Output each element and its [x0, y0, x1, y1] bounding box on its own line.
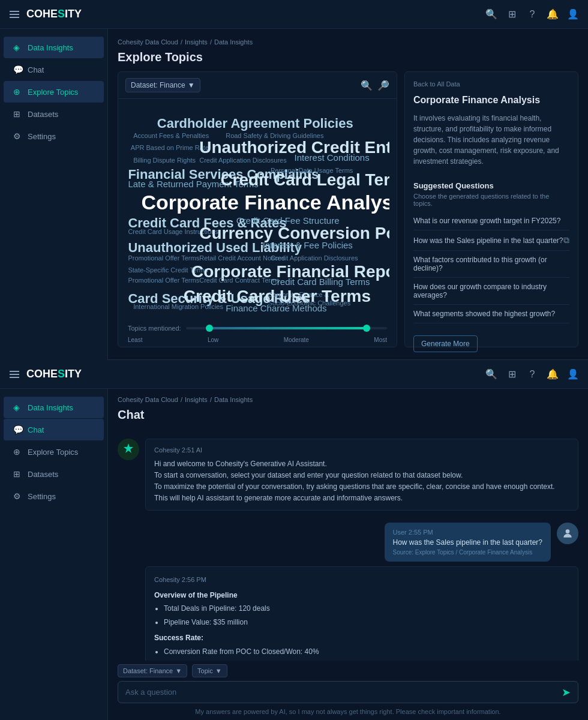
bottom-sidebar-data-insights[interactable]: ◈ Data Insights — [4, 397, 104, 418]
zoom-in-icon[interactable]: 🔍 — [361, 80, 373, 91]
slider-thumb-right[interactable] — [363, 325, 370, 332]
zoom-out-icon[interactable]: 🔎 — [377, 80, 389, 91]
bot-line-1: Hi and welcome to Cohesity's Generative … — [154, 458, 569, 470]
response-section2: Success Rate: — [154, 632, 569, 644]
bottom-notifications-icon[interactable]: 🔔 — [547, 369, 558, 380]
wc-word[interactable]: Cardholder Agreement Policies — [157, 116, 353, 131]
wc-word[interactable]: Credit Card Legal Terms — [220, 170, 389, 190]
hamburger-menu[interactable] — [10, 11, 19, 18]
breadcrumb-current: Data Insights — [214, 38, 253, 46]
top-header: COHESITY 🔍 ⊞ ? 🔔 👤 — [0, 0, 588, 29]
bottom-section: COHESITY 🔍 ⊞ ? 🔔 👤 ◈ Data Insights 💬 Cha… — [0, 360, 588, 720]
dataset-chip-label: Dataset: Finance — [123, 667, 173, 674]
generate-more-button[interactable]: Generate More — [413, 335, 478, 352]
wc-word[interactable]: Interest & Fee Policies — [263, 240, 353, 250]
wc-word[interactable]: APR Based on Prime Rate — [131, 144, 209, 151]
suggested-q-3[interactable]: What factors contributed to this growth … — [413, 251, 569, 278]
sidebar-item-data-insights[interactable]: ◈ Data Insights — [4, 37, 104, 58]
suggested-q-4[interactable]: How does our growth compare to industry … — [413, 278, 569, 305]
sidebar-item-chat[interactable]: 💬 Chat — [4, 59, 104, 80]
back-link[interactable]: Back to All Data — [413, 80, 569, 88]
response-section1: Overview of the Pipeline — [154, 589, 569, 601]
bottom-sidebar-settings[interactable]: ⚙ Settings — [4, 485, 104, 507]
slider-thumb-left[interactable] — [206, 325, 213, 332]
bottom-sidebar-datasets[interactable]: ⊞ Datasets — [4, 463, 104, 485]
slider-low: Low — [208, 337, 218, 343]
right-panel: Back to All Data Corporate Finance Analy… — [404, 71, 578, 347]
chat-area: Cohesity Data Cloud / Insights / Data In… — [108, 389, 588, 720]
search-icon[interactable]: 🔍 — [486, 9, 497, 20]
right-panel-desc: It involves evaluating its financial hea… — [413, 113, 569, 167]
copy-icon[interactable]: ⧉ — [563, 235, 569, 245]
response-time: Cohesity 2:56 PM — [154, 574, 569, 586]
bot-line-3: To maximize the potential of your conver… — [154, 481, 569, 504]
bottom-logo-text: COHESITY — [26, 368, 82, 380]
breadcrumb: Cohesity Data Cloud / Insights / Data In… — [118, 38, 578, 46]
suggested-q-1[interactable]: What is our revenue growth target in FY2… — [413, 212, 569, 230]
bottom-apps-icon[interactable]: ⊞ — [506, 369, 517, 380]
bottom-data-insights-icon: ◈ — [13, 403, 23, 412]
apps-icon[interactable]: ⊞ — [506, 9, 517, 20]
wc-word[interactable]: Promotional Offer Terms — [128, 277, 199, 284]
slider-area: Topics mentioned: — [118, 320, 397, 337]
notifications-icon[interactable]: 🔔 — [547, 9, 558, 20]
top-layout: ◈ Data Insights 💬 Chat ⊕ Explore Topics … — [0, 29, 588, 360]
slider-track[interactable] — [186, 327, 387, 329]
wc-word[interactable]: Account Fees & Penalties — [133, 132, 209, 139]
bot-time: Cohesity 2:51 AI — [154, 445, 569, 456]
bot-response-bubble: Cohesity 2:56 PM Overview of the Pipelin… — [145, 566, 578, 661]
bottom-sidebar-explore[interactable]: ⊕ Explore Topics — [4, 441, 104, 463]
page-title: Explore Topics — [118, 50, 578, 64]
sidebar-item-settings[interactable]: ⚙ Settings — [4, 125, 104, 147]
suggested-q-5[interactable]: What segments showed the highest growth? — [413, 305, 569, 323]
wc-word[interactable]: Billing Dispute Rights — [133, 157, 196, 164]
svg-point-0 — [566, 530, 570, 534]
sidebar-item-explore-topics[interactable]: ⊕ Explore Topics — [4, 81, 104, 103]
dataset-chip[interactable]: Dataset: Finance ▼ — [118, 664, 187, 677]
suggested-q-2[interactable]: How was the Sales pipeline in the last q… — [413, 230, 569, 251]
wc-word[interactable]: Promotional Offer Terms — [128, 254, 199, 262]
wc-word[interactable]: Credit Card Contract Terms — [199, 277, 280, 284]
response-item: Conversion Rate from POC to Closed/Won: … — [164, 646, 569, 658]
user-message: User 2:55 PM How was the Sales pipeline … — [108, 518, 588, 566]
wc-word[interactable]: Credit Application Disclosures — [199, 157, 287, 164]
wc-word[interactable]: Credit Card Billing Terms — [271, 277, 370, 287]
bottom-search-icon[interactable]: 🔍 — [486, 369, 497, 380]
bottom-ask-input[interactable] — [125, 682, 562, 703]
panel-header: Dataset: Finance ▼ 🔍 🔎 — [118, 72, 397, 99]
bottom-sidebar: ◈ Data Insights 💬 Chat ⊕ Explore Topics … — [0, 389, 108, 720]
bottom-send-button[interactable]: ➤ — [562, 686, 571, 699]
chat-messages: Cohesity 2:51 AI Hi and welcome to Cohes… — [108, 431, 588, 661]
dataset-selector[interactable]: Dataset: Finance ▼ — [125, 78, 200, 92]
bottom-page-title: Chat — [118, 408, 578, 422]
sidebar-item-datasets[interactable]: ⊞ Datasets — [4, 103, 104, 125]
wc-word-corporate-finance[interactable]: Corporate Finance Analysis — [141, 191, 389, 214]
wc-word[interactable]: Credit Card User Terms — [184, 287, 371, 306]
bottom-user-icon[interactable]: 👤 — [568, 369, 578, 380]
bottom-sidebar-chat[interactable]: 💬 Chat — [4, 419, 104, 440]
user-icon[interactable]: 👤 — [568, 9, 578, 20]
bottom-chat-icon: 💬 — [13, 425, 23, 434]
bottom-bc-home[interactable]: Cohesity Data Cloud — [118, 396, 178, 403]
breadcrumb-home[interactable]: Cohesity Data Cloud — [118, 38, 178, 46]
user-text: How was the Sales pipeline in the last q… — [393, 538, 542, 547]
bottom-bc-insights[interactable]: Insights — [185, 396, 208, 403]
app-logo: COHESITY — [26, 8, 82, 20]
bottom-help-icon[interactable]: ? — [527, 369, 538, 380]
breadcrumb-insights[interactable]: Insights — [185, 38, 208, 46]
data-insights-icon: ◈ — [13, 43, 23, 52]
wc-word[interactable]: Credit Application Disclosures — [271, 254, 358, 262]
bot-welcome-bubble: Cohesity 2:51 AI Hi and welcome to Cohes… — [145, 439, 578, 511]
bottom-hamburger-menu[interactable] — [10, 371, 19, 378]
sidebar-label-data-insights: Data Insights — [28, 43, 73, 52]
dataset-dropdown-arrow: ▼ — [175, 667, 182, 674]
help-icon[interactable]: ? — [527, 9, 538, 20]
top-main: Cohesity Data Cloud / Insights / Data In… — [108, 29, 588, 360]
suggested-subtitle: Choose the generated questions related t… — [413, 193, 569, 207]
topic-chip-label: Topic — [197, 667, 213, 674]
wc-word-interest[interactable]: Interest Conditions — [295, 152, 370, 163]
bottom-settings-icon: ⚙ — [13, 491, 23, 501]
topic-chip[interactable]: Topic ▼ — [192, 664, 227, 677]
slider-most: Most — [374, 337, 387, 343]
top-sidebar: ◈ Data Insights 💬 Chat ⊕ Explore Topics … — [0, 29, 108, 360]
